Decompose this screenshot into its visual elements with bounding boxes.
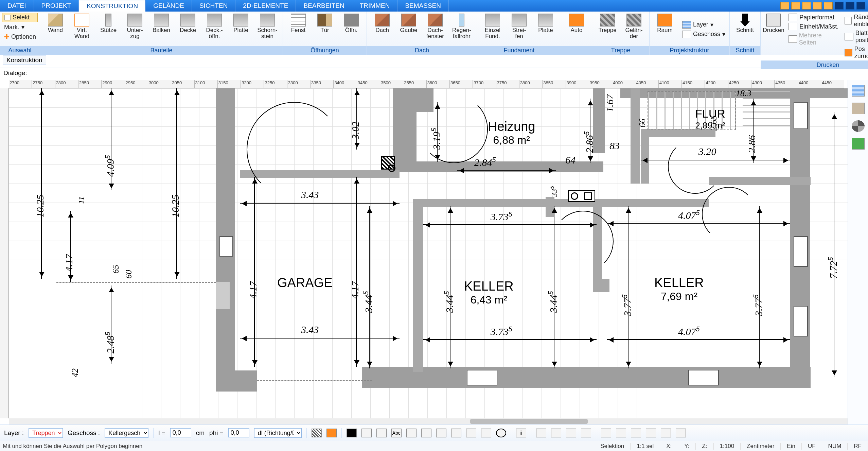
grid-icon[interactable] <box>466 429 476 437</box>
target-icon[interactable] <box>852 120 865 132</box>
furniture-icon[interactable] <box>852 103 865 114</box>
group-projektstruktur: Projektstruktur <box>650 46 729 55</box>
gaube-button[interactable]: Gaube <box>395 13 422 46</box>
dim: 10.25 <box>34 195 46 218</box>
balken-button[interactable]: Balken <box>148 13 175 46</box>
status-ratio: 1:1 sel <box>631 443 660 450</box>
drawing-area[interactable]: 2700275028002850290029503000305031003150… <box>0 80 868 424</box>
info-icon[interactable]: i <box>516 429 526 437</box>
regenfallrohr-button[interactable]: Regen-fallrohr <box>448 13 475 46</box>
selekt-button[interactable]: Selekt <box>2 13 38 22</box>
pos-reset-button[interactable]: Pos zurücksetz. <box>843 45 868 60</box>
treppe-button[interactable]: Treppe <box>594 13 621 46</box>
text-icon[interactable]: Abc <box>391 429 402 437</box>
align-center-icon[interactable] <box>361 429 372 437</box>
gelaender-button[interactable]: Gelän-der <box>621 13 647 46</box>
nosign-icon[interactable] <box>496 429 506 437</box>
wand-button[interactable]: Wand <box>42 13 69 46</box>
target-small-icon[interactable] <box>661 429 671 437</box>
einheit-button[interactable]: Einheit/Maßst. <box>786 22 840 31</box>
help-icon[interactable] <box>824 2 833 10</box>
schornstein-button[interactable]: Schorn-stein <box>254 13 281 46</box>
tab-sichten[interactable]: SICHTEN <box>192 0 235 12</box>
grid3-icon[interactable] <box>631 429 641 437</box>
raum-button[interactable]: Raum <box>652 13 678 46</box>
layers-icon[interactable] <box>852 85 865 97</box>
close-icon[interactable] <box>856 2 865 10</box>
dachfenster-button[interactable]: Dach-fenster <box>422 13 448 46</box>
dim-icon[interactable] <box>406 429 417 437</box>
rect3-icon[interactable] <box>451 429 461 437</box>
mode-select[interactable]: dl (Richtung/Di <box>254 428 302 438</box>
decke-button[interactable]: Decke <box>175 13 201 46</box>
h-scrollbar[interactable] <box>9 418 848 424</box>
unterzug-button[interactable]: Unter-zug <box>122 13 148 46</box>
tab-bemassen[interactable]: BEMASSEN <box>397 0 449 12</box>
tool-icon[interactable] <box>791 2 800 10</box>
fill-icon[interactable] <box>326 429 337 437</box>
dim: 3.195 <box>430 128 442 150</box>
tool-icon[interactable] <box>802 2 811 10</box>
layer-select[interactable]: Treppen <box>29 428 63 438</box>
mark-button[interactable]: Mark. ▾ <box>2 23 38 32</box>
minimize-icon[interactable] <box>835 2 844 10</box>
tool-icon[interactable] <box>780 2 789 10</box>
tab-2delemente[interactable]: 2D-ELEMENTE <box>235 0 296 12</box>
fundplatte-button[interactable]: Platte <box>532 13 559 46</box>
hatch-icon[interactable] <box>312 429 322 437</box>
grid4-icon[interactable] <box>646 429 656 437</box>
streifen-button[interactable]: Strei-fen <box>506 13 532 46</box>
maximize-icon[interactable] <box>846 2 854 10</box>
view3-icon[interactable] <box>566 429 576 437</box>
l-input[interactable] <box>170 428 191 437</box>
tab-datei[interactable]: DATEI <box>0 0 34 12</box>
papierformat-button[interactable]: Papierformat <box>786 13 840 22</box>
tab-konstruktion[interactable]: KONSTRUKTION <box>79 0 146 12</box>
tuer-button[interactable]: Tür <box>312 13 338 46</box>
phi-input[interactable] <box>228 428 249 437</box>
status-z: Z: <box>696 443 713 450</box>
geschoss-dropdown[interactable]: Geschoss ▾ <box>680 30 727 39</box>
tab-gelaende[interactable]: GELÄNDE <box>146 0 192 12</box>
tree-icon[interactable] <box>852 138 865 150</box>
dach-button[interactable]: Dach <box>369 13 395 46</box>
print-icon[interactable] <box>616 429 626 437</box>
view4-icon[interactable] <box>581 429 591 437</box>
floorplan-canvas[interactable]: GARAGE Heizung6,88 m² FLUR2,89 m² KELLER… <box>9 88 848 418</box>
ribbon: Selekt Mark. ▾ ✚Optionen Auswahl Wand Vi… <box>0 12 868 55</box>
platte-button[interactable]: Platte <box>228 13 254 46</box>
view1-icon[interactable] <box>536 429 546 437</box>
align-left-icon[interactable] <box>347 429 357 437</box>
virtwand-button[interactable]: Virt.Wand <box>69 13 95 46</box>
arrow-icon[interactable] <box>676 429 686 437</box>
copy-icon[interactable] <box>601 429 611 437</box>
view2-icon[interactable] <box>551 429 561 437</box>
auto-button[interactable]: Auto <box>563 13 590 46</box>
layer-dropdown[interactable]: Layer ▾ <box>680 20 727 29</box>
align-right-icon[interactable] <box>376 429 387 437</box>
dim: 83 <box>609 140 620 152</box>
drucken-button[interactable]: Drucken <box>763 13 784 60</box>
dim: 3.735 <box>491 325 512 337</box>
geschoss-select[interactable]: Kellergesch <box>105 428 148 438</box>
tab-bearbeiten[interactable]: BEARBEITEN <box>296 0 352 12</box>
l-unit: cm <box>196 429 205 437</box>
blatt-position-button[interactable]: Blatt position. <box>843 29 868 45</box>
fenster-button[interactable]: Fenst <box>285 13 312 46</box>
raender-button[interactable]: Ränder einblend. <box>843 13 868 29</box>
tab-trimmen[interactable]: TRIMMEN <box>352 0 398 12</box>
deckoeffn-button[interactable]: Deck.-öffn. <box>201 13 228 46</box>
optionen-button[interactable]: ✚Optionen <box>2 32 38 41</box>
mehrere-seiten-button[interactable]: Mehrere Seiten <box>786 31 840 47</box>
dim: 7.725 <box>827 257 839 279</box>
dim: 11 <box>77 196 86 204</box>
tab-projekt[interactable]: PROJEKT <box>34 0 79 12</box>
oeffnung-button[interactable]: Öffn. <box>338 13 365 46</box>
einzelfund-button[interactable]: EinzelFund. <box>479 13 506 46</box>
rect2-icon[interactable] <box>436 429 446 437</box>
rect-icon[interactable] <box>421 429 431 437</box>
stuetze-button[interactable]: Stütze <box>95 13 122 46</box>
schnitt-button[interactable]: Schnitt <box>732 13 758 46</box>
tool-icon[interactable] <box>813 2 822 10</box>
grid2-icon[interactable] <box>481 429 491 437</box>
